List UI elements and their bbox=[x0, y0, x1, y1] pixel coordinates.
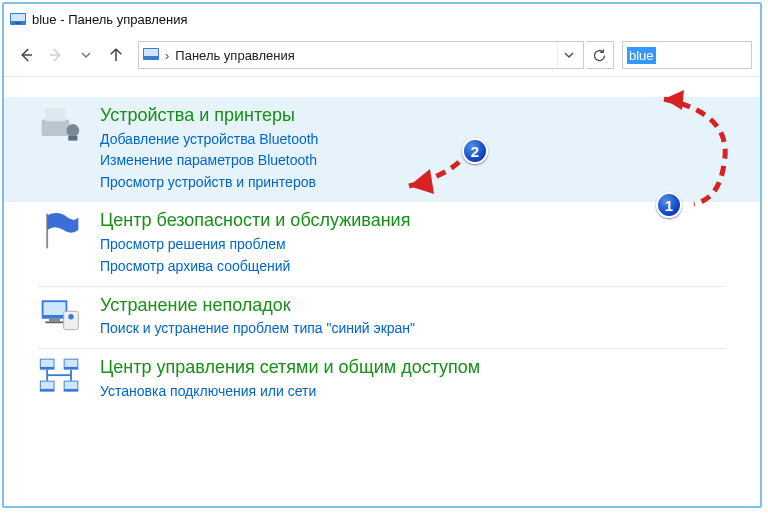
up-button[interactable] bbox=[102, 41, 130, 69]
search-value: blue bbox=[627, 47, 656, 64]
back-button[interactable] bbox=[12, 41, 40, 69]
svg-rect-23 bbox=[41, 382, 54, 389]
devices-printers-icon bbox=[38, 103, 82, 147]
result-link[interactable]: Добавление устройства Bluetooth bbox=[100, 130, 318, 149]
results-list: Устройства и принтеры Добавление устройс… bbox=[4, 79, 760, 506]
navbar: › Панель управления blue bbox=[4, 34, 760, 76]
search-input[interactable]: blue bbox=[622, 41, 752, 69]
control-panel-window: blue - Панель управления › Панель управл… bbox=[2, 2, 762, 508]
result-network[interactable]: Центр управления сетями и общим доступом… bbox=[4, 349, 760, 410]
svg-rect-19 bbox=[41, 360, 54, 367]
result-heading[interactable]: Центр безопасности и обслуживания bbox=[100, 210, 410, 232]
result-troubleshoot[interactable]: Устранение неполадок Поиск и устранение … bbox=[4, 287, 760, 348]
flag-icon bbox=[38, 208, 82, 252]
result-link[interactable]: Просмотр решения проблем bbox=[100, 235, 410, 254]
address-bar[interactable]: › Панель управления bbox=[138, 41, 584, 69]
result-link[interactable]: Просмотр архива сообщений bbox=[100, 257, 410, 276]
troubleshoot-icon bbox=[38, 293, 82, 337]
forward-button[interactable] bbox=[42, 41, 70, 69]
address-dropdown[interactable] bbox=[557, 42, 579, 68]
svg-rect-15 bbox=[45, 321, 63, 323]
result-link[interactable]: Просмотр устройств и принтеров bbox=[100, 173, 318, 192]
result-link[interactable]: Изменение параметров Bluetooth bbox=[100, 151, 318, 170]
refresh-button[interactable] bbox=[586, 41, 614, 69]
control-panel-icon bbox=[10, 11, 26, 27]
svg-point-17 bbox=[68, 314, 74, 320]
control-panel-small-icon bbox=[143, 46, 159, 65]
svg-rect-2 bbox=[15, 22, 21, 24]
svg-rect-7 bbox=[42, 120, 69, 137]
breadcrumb[interactable]: Панель управления bbox=[175, 48, 294, 63]
annotation-badge-2: 2 bbox=[462, 138, 488, 164]
result-devices-printers[interactable]: Устройства и принтеры Добавление устройс… bbox=[4, 97, 760, 202]
svg-rect-13 bbox=[44, 302, 66, 315]
svg-rect-1 bbox=[11, 14, 25, 21]
result-link[interactable]: Поиск и устранение проблем типа "синий э… bbox=[100, 319, 415, 338]
svg-rect-25 bbox=[65, 382, 78, 389]
window-title: blue - Панель управления bbox=[32, 12, 188, 27]
breadcrumb-chevron-icon[interactable]: › bbox=[163, 48, 171, 63]
svg-rect-8 bbox=[45, 109, 65, 122]
titlebar: blue - Панель управления bbox=[4, 4, 760, 34]
result-heading[interactable]: Центр управления сетями и общим доступом bbox=[100, 357, 480, 379]
svg-rect-6 bbox=[144, 49, 158, 56]
recent-dropdown[interactable] bbox=[72, 41, 100, 69]
svg-rect-14 bbox=[49, 318, 60, 321]
svg-rect-21 bbox=[65, 360, 78, 367]
result-heading[interactable]: Устранение неполадок bbox=[100, 295, 415, 317]
result-heading[interactable]: Устройства и принтеры bbox=[100, 105, 318, 127]
svg-rect-10 bbox=[68, 136, 77, 141]
result-security[interactable]: Центр безопасности и обслуживания Просмо… bbox=[4, 202, 760, 285]
network-icon bbox=[38, 355, 82, 399]
divider bbox=[4, 76, 760, 77]
annotation-badge-1: 1 bbox=[656, 192, 682, 218]
result-link[interactable]: Установка подключения или сети bbox=[100, 382, 480, 401]
svg-point-9 bbox=[66, 124, 79, 137]
